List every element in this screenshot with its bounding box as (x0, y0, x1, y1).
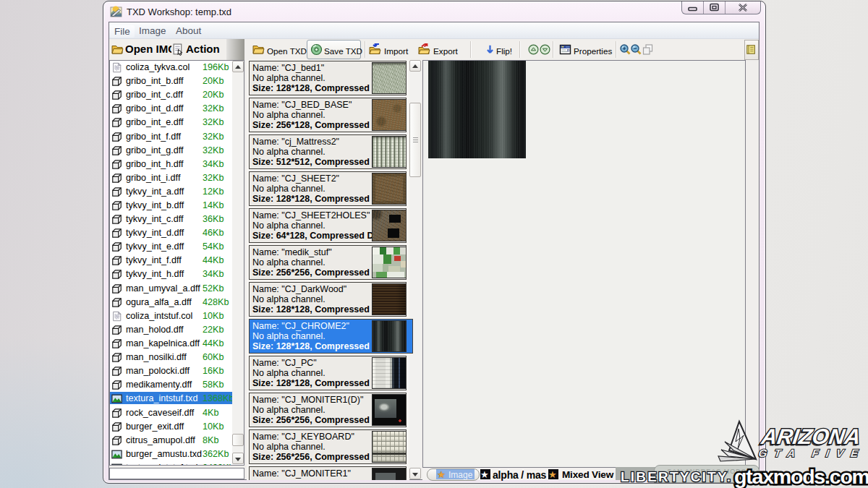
svg-text:gtaxmods.com: gtaxmods.com (734, 465, 868, 488)
svg-text:LIBERTYCITY.: LIBERTYCITY. (621, 469, 732, 484)
svg-text:ARIZONA: ARIZONA (760, 424, 862, 448)
